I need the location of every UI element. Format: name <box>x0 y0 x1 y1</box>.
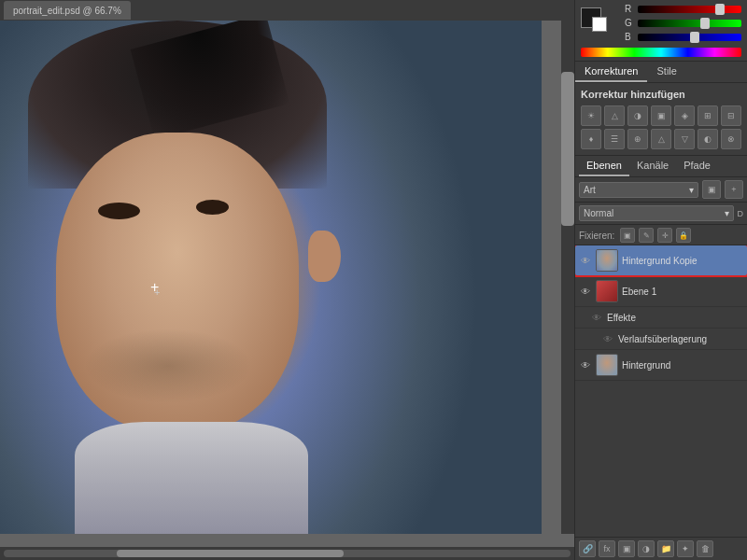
tab-kanaele[interactable]: Kanäle <box>629 156 676 176</box>
green-slider-thumb[interactable] <box>700 18 710 29</box>
layer-item-verlauf[interactable]: 👁 Verlaufsüberlagerung <box>575 329 747 350</box>
eye-left <box>98 203 140 219</box>
korr-icon-curves[interactable]: △ <box>604 105 625 126</box>
blue-slider-row: B <box>625 32 741 42</box>
ear <box>308 231 341 282</box>
blue-label: B <box>625 32 634 42</box>
red-slider[interactable] <box>638 6 741 13</box>
tab-pfade[interactable]: Pfade <box>676 156 718 176</box>
new-layer-button[interactable]: ✦ <box>677 540 694 557</box>
blend-mode-row: Normal ▾ D <box>575 203 747 225</box>
layer-name-ebene1: Ebene 1 <box>622 287 743 297</box>
art-dropdown[interactable]: Art ▾ <box>579 182 698 198</box>
ebenen-section: Ebenen Kanäle Pfade Art ▾ ▣ + Normal ▾ D… <box>575 156 747 560</box>
layer-item-hintergrund-kopie[interactable]: 👁 Hintergrund Kopie <box>575 245 747 276</box>
layer-thumb-ebene1 <box>596 280 618 302</box>
collar <box>75 422 308 534</box>
layer-thumb-preview <box>597 250 617 271</box>
color-swatch-container <box>581 7 613 40</box>
new-group-button[interactable]: 📁 <box>657 540 674 557</box>
art-dropdown-arrow: ▾ <box>689 185 694 195</box>
blue-slider[interactable] <box>638 34 741 41</box>
korr-icon-invert[interactable]: ⊗ <box>721 129 741 149</box>
green-slider[interactable] <box>638 20 741 27</box>
layer-name-hintergrund: Hintergrund <box>622 360 743 371</box>
fix-icon-all[interactable]: 🔒 <box>676 228 691 243</box>
right-panel: R G B <box>574 0 747 560</box>
korr-icon-posterize[interactable]: ⊕ <box>627 129 648 149</box>
korr-icon-gradient[interactable]: ▽ <box>674 129 695 149</box>
layer-eye-ebene1[interactable]: 👁 <box>579 285 592 298</box>
canvas-tabs: portrait_edit.psd @ 66.7% <box>0 0 574 21</box>
background-color-swatch[interactable] <box>592 17 607 32</box>
scrollbar-track <box>4 550 571 557</box>
layers-list: 👁 Hintergrund Kopie 👁 Ebene 1 👁 Effekte <box>575 245 747 537</box>
vertical-scrollbar[interactable] <box>561 21 574 534</box>
korrekturen-stile-tabs: Korrekturen Stile <box>575 62 747 83</box>
red-label: R <box>625 4 634 14</box>
layer-item-effekte[interactable]: 👁 Effekte <box>575 307 747 329</box>
add-style-button[interactable]: fx <box>599 540 615 557</box>
tab-korrekturen[interactable]: Korrekturen <box>575 62 647 82</box>
blend-mode-dropdown[interactable]: Normal ▾ <box>579 205 734 221</box>
stubble <box>84 329 252 403</box>
layer-eye-effekte[interactable]: 👁 <box>590 311 603 324</box>
crosshair-cursor: + <box>154 287 173 305</box>
korr-icon-levels[interactable]: ◑ <box>627 105 648 126</box>
blend-mode-label: Normal <box>584 208 613 218</box>
new-layer-icon[interactable]: + <box>725 180 743 199</box>
korr-icon-hsl[interactable]: ⊞ <box>698 105 718 126</box>
new-adjustment-button[interactable]: ◑ <box>638 540 655 557</box>
blend-dropdown-arrow: ▾ <box>725 208 729 218</box>
blue-slider-thumb[interactable] <box>690 32 699 43</box>
korrektur-title: Korrektur hinzufügen <box>581 89 741 100</box>
layer-name-hintergrund-kopie: Hintergrund Kopie <box>622 256 743 266</box>
layer-item-ebene1[interactable]: 👁 Ebene 1 <box>575 276 747 307</box>
canvas-area: portrait_edit.psd @ 66.7% + <box>0 0 574 560</box>
korr-icon-exposure[interactable]: ▣ <box>651 105 671 126</box>
layer-thumb-hintergrund-kopie <box>596 249 618 272</box>
korr-icon-threshold[interactable]: △ <box>651 129 671 149</box>
korr-icon-photofilter[interactable]: ♦ <box>581 129 601 149</box>
opacity-label: D <box>738 209 744 218</box>
green-label: G <box>625 18 634 28</box>
canvas-wrapper: + <box>0 21 574 547</box>
horizontal-scrollbar-thumb[interactable] <box>117 550 344 557</box>
canvas-tab[interactable]: portrait_edit.psd @ 66.7% <box>4 1 131 20</box>
tab-stile[interactable]: Stile <box>647 62 685 82</box>
red-slider-row: R <box>625 4 741 14</box>
layer-name-verlauf: Verlaufsüberlagerung <box>618 334 743 344</box>
fix-icon-move[interactable]: ✛ <box>657 228 672 243</box>
ebenen-tabs: Ebenen Kanäle Pfade <box>575 156 747 177</box>
horizontal-scrollbar[interactable] <box>0 547 574 560</box>
tab-ebenen[interactable]: Ebenen <box>579 156 629 176</box>
fix-icon-position[interactable]: ▣ <box>620 228 635 243</box>
korr-icon-selective[interactable]: ◐ <box>698 129 718 149</box>
layer-item-hintergrund[interactable]: 👁 Hintergrund <box>575 350 747 381</box>
korr-icon-mixer[interactable]: ☰ <box>604 129 625 149</box>
vertical-scrollbar-thumb[interactable] <box>561 72 574 226</box>
delete-layer-button[interactable]: 🗑 <box>697 540 713 557</box>
color-gradient-bar[interactable] <box>581 48 741 57</box>
layer-eye-hintergrund-kopie[interactable]: 👁 <box>579 254 592 267</box>
green-slider-row: G <box>625 18 741 28</box>
fixieren-label: Fixieren: <box>579 231 614 241</box>
photo-canvas[interactable]: + <box>0 21 542 534</box>
layer-eye-verlauf[interactable]: 👁 <box>601 332 614 345</box>
layer-thumb-preview-bg <box>597 355 617 375</box>
ebenen-controls-row: Art ▾ ▣ + <box>575 177 747 203</box>
link-layers-button[interactable]: 🔗 <box>579 540 596 557</box>
red-slider-thumb[interactable] <box>715 4 725 15</box>
add-mask-button[interactable]: ▣ <box>618 540 635 557</box>
layer-mask-icon[interactable]: ▣ <box>702 180 721 199</box>
fix-icon-brush[interactable]: ✎ <box>639 228 654 243</box>
layer-name-effekte: Effekte <box>607 313 743 323</box>
fixieren-row: Fixieren: ▣ ✎ ✛ 🔒 <box>575 225 747 245</box>
color-swatches-row: R G B <box>581 4 741 44</box>
korrektur-icons-grid: ☀ △ ◑ ▣ ◈ ⊞ ⊟ ♦ ☰ ⊕ △ ▽ ◐ ⊗ <box>581 105 741 149</box>
korr-icon-brightness[interactable]: ☀ <box>581 105 601 126</box>
korr-icon-vibrance[interactable]: ◈ <box>674 105 695 126</box>
layer-eye-hintergrund[interactable]: 👁 <box>579 358 592 371</box>
art-dropdown-label: Art <box>584 185 596 195</box>
korr-icon-bw[interactable]: ⊟ <box>721 105 741 126</box>
